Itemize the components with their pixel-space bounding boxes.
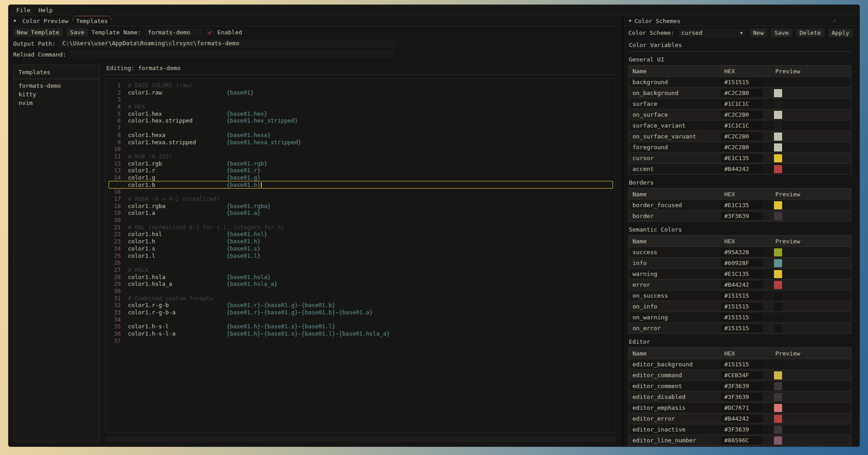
color-swatch[interactable]	[774, 393, 782, 401]
editor-hscrollbar[interactable]	[105, 436, 616, 442]
hex-input[interactable]: #C2C2B0	[721, 111, 763, 118]
color-swatch[interactable]	[774, 436, 782, 445]
code-line-8[interactable]: 8color1.hexa{base01.hexa}	[109, 132, 613, 139]
reload-command-input[interactable]	[70, 50, 394, 58]
hex-input[interactable]: #3F3639	[721, 393, 763, 401]
hex-input[interactable]: #C2C2B0	[721, 133, 763, 140]
color-swatch[interactable]	[774, 281, 782, 289]
color-swatch[interactable]	[774, 89, 782, 97]
code-line-18[interactable]: 18color1.rgba{base01.rgba}	[109, 203, 613, 210]
hex-input[interactable]: #B44242	[721, 281, 763, 289]
code-line-2[interactable]: 2color1.raw{base01}	[109, 89, 613, 96]
template-name-input[interactable]: formats-demo	[145, 28, 203, 37]
code-line-31[interactable]: 31# Combined custom formats	[109, 295, 613, 302]
hex-input[interactable]: #60928F	[721, 259, 763, 267]
code-line-34[interactable]: 34	[109, 316, 613, 323]
code-line-15[interactable]: color1.b{base01.b}	[109, 181, 613, 189]
enabled-checkbox[interactable]: ✔	[206, 28, 214, 36]
code-line-19[interactable]: 19color1.a{base01.a}	[109, 209, 613, 217]
tab-color-preview[interactable]: Color Preview	[19, 17, 71, 25]
color-swatch[interactable]	[774, 324, 782, 332]
color-swatch[interactable]	[774, 165, 782, 173]
hex-input[interactable]: #151515	[721, 78, 763, 86]
hex-input[interactable]: #B44242	[721, 415, 763, 422]
color-swatch[interactable]	[774, 212, 782, 220]
code-line-6[interactable]: 6color1.hex.stripped{base01.hex_stripped…	[109, 117, 613, 124]
color-swatch[interactable]	[774, 122, 782, 130]
color-swatch[interactable]	[774, 426, 782, 434]
template-item-kitty[interactable]: kitty	[14, 90, 99, 99]
hex-input[interactable]: #E1C135	[721, 201, 763, 209]
template-code-editor[interactable]: 1# BASE COLORS (raw)2color1.raw{base01}3…	[105, 78, 616, 433]
hex-input[interactable]: #151515	[721, 292, 763, 299]
color-swatch[interactable]	[774, 133, 782, 141]
code-line-27[interactable]: 27# HSLA	[109, 266, 613, 274]
code-line-20[interactable]: 20	[109, 217, 613, 224]
hex-input[interactable]: #86596C	[721, 436, 763, 444]
code-line-10[interactable]: 10	[109, 146, 613, 153]
hex-input[interactable]: #C2C2B0	[721, 143, 763, 151]
code-line-23[interactable]: 23color1.h{base01.h}	[109, 238, 613, 245]
color-swatch[interactable]	[774, 259, 782, 267]
code-line-24[interactable]: 24color1.s{base01.s}	[109, 245, 613, 252]
code-line-11[interactable]: 11# RGB (0-255)	[109, 153, 613, 160]
code-line-36[interactable]: 36color1.h-s-l-a{base01.h}-{base01.s}-{b…	[109, 330, 613, 337]
hex-input[interactable]: #3F3639	[721, 382, 763, 390]
hex-input[interactable]: #151515	[721, 303, 763, 310]
color-swatch[interactable]	[774, 143, 782, 152]
template-item-nvim[interactable]: nvim	[14, 99, 99, 107]
code-line-28[interactable]: 28color1.hsla{base01.hsla}	[109, 274, 613, 281]
color-swatch[interactable]	[774, 248, 782, 256]
menu-item-help[interactable]: Help	[34, 6, 57, 14]
color-swatch[interactable]	[774, 270, 782, 278]
hex-input[interactable]: #DC7671	[721, 404, 763, 412]
hex-input[interactable]: #1C1C1C	[721, 100, 763, 108]
code-line-3[interactable]: 3	[109, 96, 613, 103]
color-swatch[interactable]	[774, 415, 782, 423]
code-line-17[interactable]: 17# RGBA (A = 0-1 normalized)	[109, 195, 613, 203]
code-line-25[interactable]: 25color1.l{base01.l}	[109, 252, 613, 260]
code-line-7[interactable]: 7	[109, 124, 613, 132]
collapse-arrow-icon[interactable]: ▼	[14, 19, 16, 23]
color-swatch[interactable]	[774, 371, 782, 379]
code-line-29[interactable]: 29color1.hsla_a{base01.hsla_a}	[109, 280, 613, 288]
tab-templates[interactable]: Templates	[73, 17, 111, 25]
color-scheme-select[interactable]: cursed ▼	[678, 29, 746, 37]
color-swatch[interactable]	[774, 292, 782, 300]
code-line-4[interactable]: 4# HEX	[109, 103, 613, 110]
hex-input[interactable]: #151515	[721, 313, 763, 321]
hex-input[interactable]: #C2C2B0	[721, 89, 763, 97]
hex-input[interactable]: #3F3639	[721, 426, 763, 433]
hex-input[interactable]: #151515	[721, 360, 763, 368]
code-line-14[interactable]: 14color1.g{base01.g}	[109, 174, 613, 181]
code-line-30[interactable]: 30	[109, 288, 613, 295]
color-swatch[interactable]	[774, 303, 782, 311]
color-swatch[interactable]	[774, 111, 782, 119]
output-path-input[interactable]: C:\Users\user\AppData\Roaming\clrsync\fo…	[59, 39, 396, 47]
hex-input[interactable]: #B44242	[721, 165, 763, 173]
color-swatch[interactable]	[774, 154, 782, 162]
scheme-delete-button[interactable]: Delete	[796, 28, 825, 37]
code-line-12[interactable]: 12color1.rgb{base01.rgb}	[109, 160, 613, 167]
color-swatch[interactable]	[774, 100, 782, 108]
hex-input[interactable]: #CEB34F	[721, 371, 763, 379]
code-line-32[interactable]: 32color1.r-g-b{base01.r}-{base01.g}-{bas…	[109, 302, 613, 309]
code-line-9[interactable]: 9color1.hexa.stripped{base01.hexa_stripp…	[109, 139, 613, 146]
color-swatch[interactable]	[774, 404, 782, 412]
menu-item-file[interactable]: File	[12, 6, 34, 14]
hex-input[interactable]: #E1C135	[721, 270, 763, 278]
code-line-21[interactable]: 21# HSL (normalized 0-1 for s,l, integer…	[109, 224, 613, 231]
hex-input[interactable]: #95A328	[721, 248, 763, 256]
code-line-22[interactable]: 22color1.hsl{base01.hsl}	[109, 231, 613, 238]
color-swatch[interactable]	[774, 78, 782, 86]
new-template-button[interactable]: New Template	[13, 28, 63, 37]
color-swatch[interactable]	[774, 382, 782, 390]
code-line-26[interactable]: 26	[109, 259, 613, 266]
code-line-5[interactable]: 5color1.hex{base01.hex}	[109, 110, 613, 118]
color-swatch[interactable]	[774, 360, 782, 369]
scheme-apply-button[interactable]: Apply	[828, 28, 853, 37]
code-line-35[interactable]: 35color1.h-s-l{base01.h}-{base01.s}-{bas…	[109, 323, 613, 330]
color-swatch[interactable]	[774, 201, 782, 209]
scheme-new-button[interactable]: New	[750, 28, 767, 37]
color-swatch[interactable]	[774, 313, 782, 322]
